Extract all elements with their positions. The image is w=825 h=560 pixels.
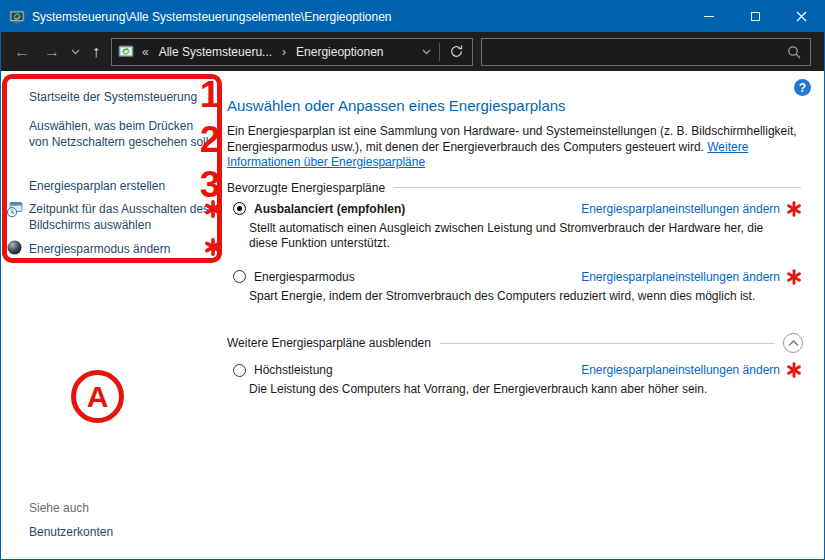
display-clock-icon <box>6 201 23 218</box>
breadcrumb-item-current[interactable]: Energieoptionen <box>288 45 391 59</box>
breadcrumb-separator-icon: › <box>282 45 286 59</box>
location-icon <box>118 44 134 60</box>
plan-row-high-performance: Höchstleistung Energiesparplaneinstellun… <box>227 362 811 378</box>
sidebar-item-user-accounts[interactable]: Benutzerkonten <box>29 525 113 539</box>
plan-description-balanced: Stellt automatisch einen Ausgleich zwisc… <box>249 221 794 252</box>
energy-saver-icon <box>6 239 23 256</box>
sidebar-item-display-off-time[interactable]: Zeitpunkt für das Ausschalten des Bildsc… <box>29 201 213 233</box>
window-title: Systemsteuerung\Alle Systemsteuerungsele… <box>32 10 392 24</box>
title-bar: Systemsteuerung\Alle Systemsteuerungsele… <box>1 1 824 32</box>
up-button[interactable]: ↑ <box>83 44 109 60</box>
section-header-preferred-plans: Bevorzugte Energiesparpläne <box>227 181 385 195</box>
window-controls <box>686 1 824 32</box>
radio-high-performance[interactable] <box>233 364 246 377</box>
content-area: Startseite der Systemsteuerung Auswählen… <box>1 71 824 559</box>
minimize-button[interactable] <box>686 1 732 32</box>
control-panel-icon <box>9 9 25 25</box>
control-panel-window: Systemsteuerung\Alle Systemsteuerungsele… <box>0 0 825 560</box>
sidebar-item-control-panel-home[interactable]: Startseite der Systemsteuerung <box>29 89 213 105</box>
close-button[interactable] <box>778 1 824 32</box>
section-additional-plans: Weitere Energiesparpläne ausblenden <box>227 333 811 353</box>
section-divider <box>394 187 801 188</box>
sidebar-item-power-button-behavior[interactable]: Auswählen, was beim Drücken von Netzscha… <box>29 118 213 150</box>
breadcrumb-overflow[interactable]: « <box>142 45 149 59</box>
annotation-asterisk-icon <box>786 269 802 285</box>
page-title: Auswählen oder Anpassen eines Energiespa… <box>227 97 811 114</box>
see-also-header: Siehe auch <box>29 501 89 515</box>
section-divider <box>440 343 775 344</box>
search-input[interactable] <box>482 45 787 59</box>
maximize-icon <box>751 12 760 21</box>
sidebar-item-create-power-plan[interactable]: Energiesparplan erstellen <box>29 178 213 194</box>
recent-pages-chevron-icon[interactable] <box>67 49 83 55</box>
section-header-additional-plans: Weitere Energiesparpläne ausblenden <box>227 336 431 350</box>
close-icon <box>796 11 807 22</box>
search-icon[interactable] <box>787 45 801 59</box>
intro-paragraph: Ein Energiesparplan ist eine Sammlung vo… <box>227 124 808 171</box>
radio-power-saver[interactable] <box>233 270 246 283</box>
navigation-bar: ← → ↑ « Alle Systemsteueru... › Energieo… <box>1 32 824 71</box>
address-bar[interactable]: « Alle Systemsteueru... › Energieoptione… <box>111 38 473 66</box>
change-plan-settings-link-balanced[interactable]: Energiesparplaneinstellungen ändern <box>581 202 780 216</box>
radio-balanced[interactable] <box>233 202 246 215</box>
minimize-icon <box>704 16 714 17</box>
help-button[interactable]: ? <box>794 79 811 96</box>
change-plan-settings-link-high-performance[interactable]: Energiesparplaneinstellungen ändern <box>581 363 780 377</box>
plan-row-power-saver: Energiesparmodus Energiesparplaneinstell… <box>227 269 811 285</box>
chevron-up-icon <box>788 340 799 347</box>
maximize-button[interactable] <box>732 1 778 32</box>
forward-button[interactable]: → <box>37 44 67 60</box>
plan-label-high-performance[interactable]: Höchstleistung <box>254 363 333 377</box>
section-preferred-plans: Bevorzugte Energiesparpläne <box>227 181 811 195</box>
address-dropdown-chevron-icon[interactable] <box>414 49 439 55</box>
refresh-button[interactable] <box>440 44 472 59</box>
search-box <box>481 38 811 66</box>
plan-label-power-saver[interactable]: Energiesparmodus <box>254 270 355 284</box>
annotation-asterisk-icon <box>786 201 802 217</box>
breadcrumb-item-root[interactable]: Alle Systemsteueru... <box>151 45 280 59</box>
main-panel: ? Auswählen oder Anpassen eines Energies… <box>227 71 811 398</box>
plan-description-power-saver: Spart Energie, indem der Stromverbrauch … <box>249 289 794 305</box>
collapse-section-button[interactable] <box>783 333 803 353</box>
annotation-asterisk-icon <box>786 362 802 378</box>
change-plan-settings-link-power-saver[interactable]: Energiesparplaneinstellungen ändern <box>581 270 780 284</box>
sidebar-item-change-energy-saver[interactable]: Energiesparmodus ändern <box>29 241 213 257</box>
refresh-icon <box>449 44 464 59</box>
plan-label-balanced[interactable]: Ausbalanciert (empfohlen) <box>254 202 405 216</box>
plan-description-high-performance: Die Leistung des Computers hat Vorrang, … <box>249 382 794 398</box>
plan-row-balanced: Ausbalanciert (empfohlen) Energiesparpla… <box>227 201 811 217</box>
back-button[interactable]: ← <box>7 44 37 60</box>
